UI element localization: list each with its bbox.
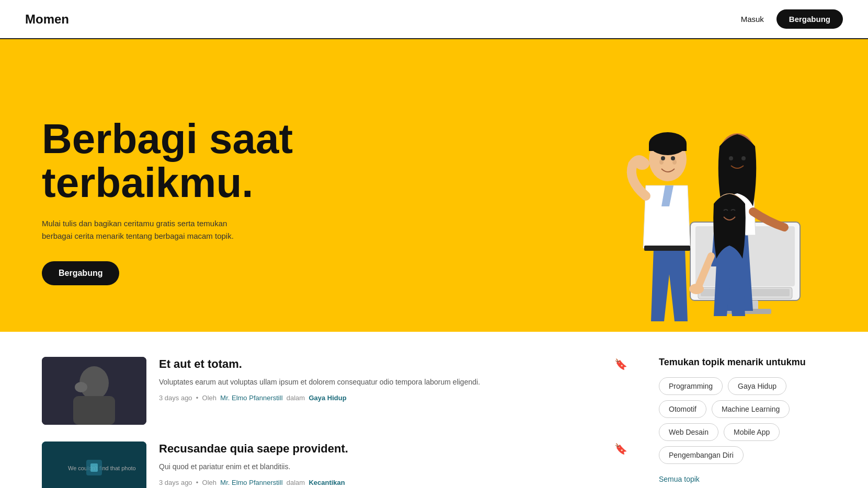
article-title-row: Recusandae quia saepe provident. 🔖 xyxy=(159,441,627,457)
navbar: Momen Masuk Bergabung xyxy=(0,0,868,39)
article-card: We couldn't find that photo Recusandae q… xyxy=(42,441,627,488)
topic-tag[interactable]: Gaya Hidup xyxy=(728,377,786,395)
all-topics-link[interactable]: Semua topik xyxy=(659,475,700,483)
article-body: Recusandae quia saepe provident. 🔖 Qui q… xyxy=(159,441,627,486)
illustration-svg xyxy=(554,71,826,332)
thumbnail-image: We couldn't find that photo xyxy=(42,441,146,488)
article-title[interactable]: Recusandae quia saepe provident. xyxy=(159,441,348,457)
article-category-link[interactable]: Gaya Hidup xyxy=(309,394,346,402)
hero-section: Berbagi saat terbaikmu. Mulai tulis dan … xyxy=(0,39,868,332)
thumbnail-image xyxy=(42,357,146,425)
article-body: Et aut et totam. 🔖 Voluptates earum aut … xyxy=(159,357,627,402)
article-description: Qui quod et pariatur enim et et blanditi… xyxy=(159,461,627,472)
main-content: Et aut et totam. 🔖 Voluptates earum aut … xyxy=(0,332,868,488)
topic-tag[interactable]: Programming xyxy=(659,377,723,395)
topic-tag[interactable]: Mobile App xyxy=(724,423,780,441)
masuk-button[interactable]: Masuk xyxy=(741,15,764,24)
svg-point-14 xyxy=(635,157,649,170)
svg-point-20 xyxy=(729,156,733,160)
svg-point-21 xyxy=(741,156,746,160)
article-title[interactable]: Et aut et totam. xyxy=(159,357,242,372)
article-meta: 3 days ago • Oleh Mr. Elmo Pfannerstill … xyxy=(159,479,627,486)
nav-actions: Masuk Bergabung xyxy=(741,9,843,29)
article-category-prefix: dalam xyxy=(287,479,305,486)
svg-point-24 xyxy=(689,284,704,294)
topic-tag[interactable]: Pengembangan Diri xyxy=(659,446,744,464)
article-title-row: Et aut et totam. 🔖 xyxy=(159,357,627,372)
svg-rect-27 xyxy=(73,396,115,425)
article-card: Et aut et totam. 🔖 Voluptates earum aut … xyxy=(42,357,627,425)
bergabung-nav-button[interactable]: Bergabung xyxy=(776,9,843,29)
svg-point-28 xyxy=(75,382,87,392)
topic-tags: ProgrammingGaya HidupOtomotifMachine Lea… xyxy=(659,377,826,464)
hero-subtitle: Mulai tulis dan bagikan ceritamu gratis … xyxy=(42,217,251,242)
article-by: Oleh xyxy=(202,479,216,486)
article-time: 3 days ago xyxy=(159,394,192,402)
topic-tag[interactable]: Machine Learning xyxy=(712,400,790,418)
logo: Momen xyxy=(25,12,69,27)
svg-point-12 xyxy=(661,156,665,160)
topic-tag[interactable]: Web Desain xyxy=(659,423,718,441)
svg-rect-32 xyxy=(90,463,98,472)
bookmark-icon[interactable]: 🔖 xyxy=(614,443,627,455)
bergabung-hero-button[interactable]: Bergabung xyxy=(42,261,119,285)
article-category-prefix: dalam xyxy=(287,394,305,402)
svg-point-13 xyxy=(671,156,675,160)
article-author-link[interactable]: Mr. Elmo Pfannerstill xyxy=(220,479,282,486)
topic-tag[interactable]: Otomotif xyxy=(659,400,706,418)
hero-illustration xyxy=(554,71,826,332)
svg-rect-9 xyxy=(649,144,687,151)
hero-title: Berbagi saat terbaikmu. xyxy=(42,117,314,205)
hero-text: Berbagi saat terbaikmu. Mulai tulis dan … xyxy=(42,117,314,285)
article-thumbnail xyxy=(42,357,146,425)
article-by: Oleh xyxy=(202,394,216,402)
article-thumbnail: We couldn't find that photo xyxy=(42,441,146,488)
bookmark-icon[interactable]: 🔖 xyxy=(614,358,627,370)
article-meta: 3 days ago • Oleh Mr. Elmo Pfannerstill … xyxy=(159,394,627,402)
article-description: Voluptates earum aut voluptas ullam ipsu… xyxy=(159,376,627,388)
article-author-link[interactable]: Mr. Elmo Pfannerstill xyxy=(220,394,282,402)
article-time: 3 days ago xyxy=(159,479,192,486)
svg-rect-6 xyxy=(644,246,690,251)
articles-list: Et aut et totam. 🔖 Voluptates earum aut … xyxy=(42,357,627,488)
sidebar-title: Temukan topik menarik untukmu xyxy=(659,357,826,368)
article-category-link[interactable]: Kecantikan xyxy=(309,479,345,486)
sidebar: Temukan topik menarik untukmu Programmin… xyxy=(659,357,826,488)
